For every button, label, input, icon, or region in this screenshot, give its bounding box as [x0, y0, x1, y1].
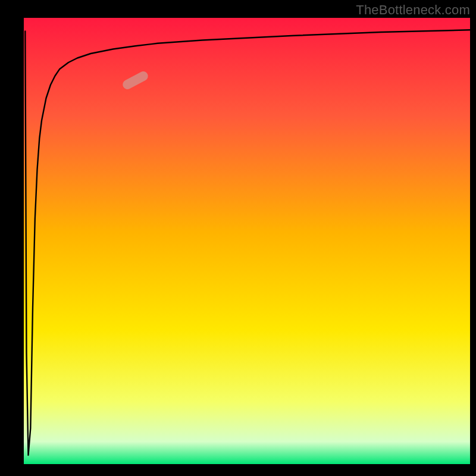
chart-frame: TheBottleneck.com [0, 0, 476, 476]
plot-area [24, 18, 470, 464]
bottleneck-chart [0, 0, 476, 476]
